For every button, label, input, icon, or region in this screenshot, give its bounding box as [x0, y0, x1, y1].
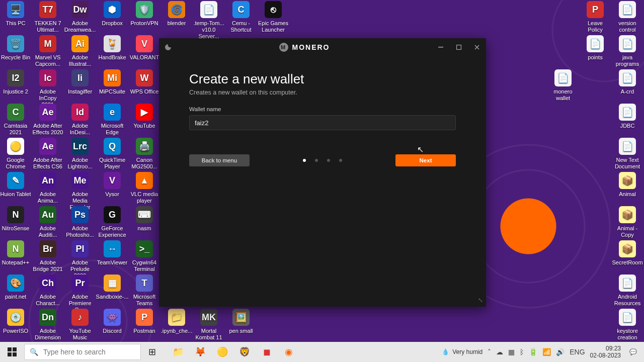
desktop-icon[interactable]: AuAdobe Auditi... [32, 206, 63, 238]
desktop-icon[interactable]: 📄A-crd [612, 69, 643, 95]
desktop-icon[interactable]: ChAdobe Charact... [32, 275, 63, 307]
tray-language[interactable]: ENG [570, 348, 585, 356]
tray-volume-icon[interactable]: 🔊 [556, 348, 565, 356]
desktop-icon[interactable]: CCemu - Shortcut [225, 1, 257, 33]
desktop-icon[interactable]: LrcAdobe Lightroo... [64, 138, 96, 170]
desktop-icon[interactable]: 🖨️Canon MG2500... [129, 138, 160, 170]
desktop-icon[interactable]: AeAdobe After Effects 2020 [32, 104, 63, 136]
tray-wifi-icon[interactable]: 📶 [542, 348, 551, 356]
desktop-icon[interactable]: 🎨paint.net [0, 275, 31, 300]
desktop-icon[interactable]: WWPS Office [129, 69, 160, 95]
desktop-icon[interactable]: 🟡Google Chrome [0, 138, 31, 170]
minimize-button[interactable] [432, 38, 450, 56]
desktop-icon[interactable]: 👾Discord [97, 309, 128, 334]
taskbar-firefox[interactable]: 🦊 [189, 342, 211, 362]
dark-mode-toggle[interactable] [159, 38, 177, 56]
taskbar-camtasia[interactable]: ◼ [256, 342, 278, 362]
desktop-icon[interactable]: VVysor [97, 172, 128, 198]
desktop-icon[interactable]: 📄keystore creation [612, 309, 643, 341]
desktop-icon[interactable]: 📦Animal - Copy [612, 206, 643, 238]
desktop-icon[interactable]: 🛡️ProtonVPN [129, 1, 160, 27]
desktop-icon[interactable]: 📄points [580, 35, 611, 61]
desktop-icon[interactable]: MMarvel VS Capcom... [32, 35, 63, 67]
desktop-icon[interactable]: 📄New Text Document [612, 138, 643, 170]
desktop-icon[interactable]: NNitroSense [0, 206, 31, 232]
desktop-icon[interactable]: 📄java programs [612, 35, 643, 67]
search-box[interactable]: 🔍 Type here to search [24, 344, 141, 360]
desktop-icon[interactable]: ⬢Dropbox [97, 1, 128, 27]
desktop-icon[interactable]: 📄version control [612, 1, 643, 33]
next-button[interactable]: Next [395, 154, 456, 166]
start-button[interactable] [0, 342, 24, 362]
desktop-icon[interactable]: ▶YouTube [129, 104, 160, 129]
desktop-icon[interactable]: CCamtasia 2021 [0, 104, 31, 136]
desktop-icon[interactable]: 🍹HandBrake [97, 35, 128, 61]
desktop-icon[interactable]: PPostman [129, 309, 160, 334]
desktop-icon[interactable]: MKMortal Kombat 11 [193, 309, 224, 341]
desktop-icon[interactable]: IcAdobe InCopy 2021 [32, 69, 63, 108]
taskbar-brave[interactable]: 🦁 [233, 342, 256, 362]
desktop-icon[interactable]: VVALORANT [129, 35, 160, 61]
desktop-icon[interactable]: AeAdobe After Effects CS6 [32, 138, 63, 170]
resize-handle[interactable]: ⤡ [478, 297, 483, 304]
tray-onedrive-icon[interactable]: ☁ [496, 348, 503, 356]
desktop-icon[interactable]: T7TEKKEN 7 Ultimat... [32, 1, 63, 33]
desktop-icon[interactable]: >_Cygwin64 Terminal [129, 240, 160, 273]
desktop-icon[interactable]: ⌨nasm [129, 206, 160, 232]
desktop-icon[interactable]: 📄JDBC [612, 104, 643, 129]
desktop-icon[interactable]: 📁.ipynb_che... [161, 309, 192, 334]
tray-clock[interactable]: 09:23 02-08-2023 [590, 345, 621, 359]
desktop-icon[interactable]: IdAdobe InDesi... [64, 104, 96, 136]
desktop-icon[interactable]: 🗑️Recycle Bin [0, 35, 31, 61]
close-button[interactable] [468, 38, 486, 56]
desktop-icon[interactable]: 🖼️pen small [225, 309, 257, 334]
tray-bluetooth-icon[interactable]: ᛒ [520, 348, 524, 356]
weather-widget[interactable]: 💧 Very humid [442, 348, 482, 355]
desktop-icon[interactable]: 🖥️This PC [0, 1, 31, 27]
tray-meet-icon[interactable]: ▦ [508, 348, 515, 356]
desktop-icon[interactable]: IiInstagiffer [64, 69, 96, 95]
desktop-icon[interactable]: ⎋Epic Games Launcher [258, 1, 289, 33]
taskbar-monero[interactable]: ◉ [278, 342, 300, 362]
desktop-icon[interactable]: AiAdobe Illustrat... [64, 35, 96, 67]
back-button[interactable]: Back to menu [189, 154, 250, 166]
desktop-icon[interactable]: 💿PowerISO [0, 309, 31, 334]
desktop-icon[interactable]: 📄monero wallet [547, 69, 579, 102]
maximize-button[interactable] [450, 38, 468, 56]
desktop-icon[interactable]: DnAdobe Dimension [32, 309, 63, 341]
app-icon: T [136, 275, 153, 292]
action-center-button[interactable]: 💬 [626, 342, 640, 362]
desktop-icon[interactable]: GGeForce Experience [97, 206, 128, 238]
desktop-icon[interactable]: PsAdobe Photosho... [64, 206, 96, 238]
desktop-icon[interactable]: PLeave Policy [580, 1, 611, 33]
taskbar-chrome[interactable]: 🟡 [211, 342, 233, 362]
desktop-icon[interactable]: ✎Huion Tablet [0, 172, 31, 198]
app-icon: V [136, 35, 153, 52]
tray-overflow[interactable]: ˄ [488, 348, 491, 356]
desktop-icon[interactable]: 📄.temp-Tom... v10.0 Server... [193, 1, 224, 40]
taskbar-explorer[interactable]: 📁 [167, 342, 189, 362]
desktop-icon[interactable]: DwAdobe Dreamwea... [64, 1, 96, 33]
desktop-icon[interactable]: PlAdobe Prelude 2020 [64, 240, 96, 279]
desktop-icon[interactable]: PrAdobe Premiere Pr... [64, 275, 96, 313]
desktop-icon[interactable]: 🌀blender [161, 1, 192, 27]
wallet-name-input[interactable] [189, 115, 456, 130]
desktop-icon[interactable]: 📦SecretRoom [612, 240, 643, 266]
desktop-icon[interactable]: ▲VLC media player [129, 172, 160, 204]
desktop-icon[interactable]: BrAdobe Bridge 2021 [32, 240, 63, 273]
desktop-icon[interactable]: QQuickTime Player [97, 138, 128, 170]
desktop-icon[interactable]: AnAdobe Anima... [32, 172, 63, 204]
desktop-icon[interactable]: I2Injustice 2 [0, 69, 31, 95]
desktop-icon[interactable]: 📦Animal [612, 172, 643, 198]
desktop-icon[interactable]: TMicrosoft Teams [129, 275, 160, 307]
desktop-icon[interactable]: eMicrosoft Edge [97, 104, 128, 136]
desktop-icon[interactable]: ▦Sandboxie-... [97, 275, 128, 300]
desktop-icon[interactable]: MiMiPCSuite [97, 69, 128, 95]
tray-battery-icon[interactable]: 🔋 [529, 348, 537, 356]
task-view-button[interactable]: ⊞ [141, 342, 163, 362]
app-icon: ▶ [136, 104, 153, 121]
desktop-icon[interactable]: NNotepad++ [0, 240, 31, 266]
desktop-icon[interactable]: ♪YouTube Music [64, 309, 96, 341]
desktop-icon[interactable]: ↔TeamViewer [97, 240, 128, 266]
desktop-icon[interactable]: 📄Android Resources [612, 275, 643, 307]
